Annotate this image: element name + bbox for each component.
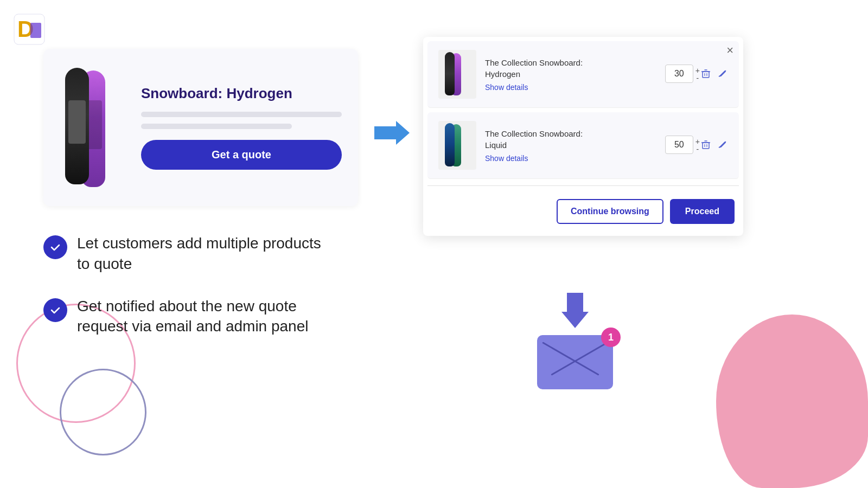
mini-snowboard-black-1 (445, 52, 455, 95)
quantity-control-1: + - (665, 65, 700, 84)
quote-item-image-2 (438, 121, 476, 170)
qty-minus-2[interactable]: - (697, 145, 699, 153)
envelope-body (537, 335, 613, 389)
edit-button-1[interactable] (717, 68, 728, 81)
show-details-link-1[interactable]: Show details (485, 83, 528, 92)
check-circle-2 (43, 298, 67, 322)
feature-text-2: Get notified about the new quote request… (77, 296, 337, 337)
feature-text-1: Let customers add multiple products to q… (77, 233, 337, 274)
quote-item-1: The Collection Snowboard: Hydrogen Show … (427, 41, 739, 108)
svg-rect-9 (703, 143, 709, 149)
feature-item-2: Get notified about the new quote request… (43, 296, 337, 337)
qty-plus-2[interactable]: + (695, 138, 700, 145)
feature-item-1: Let customers add multiple products to q… (43, 233, 337, 274)
product-card: Snowboard: Hydrogen Get a quote (43, 49, 358, 206)
trash-icon-1 (700, 68, 712, 80)
quote-panel: × The Collection Snowboard: Hydrogen Sho… (423, 37, 743, 236)
continue-browsing-button[interactable]: Continue browsing (557, 199, 663, 224)
bg-circle-blue (60, 369, 146, 455)
product-info: Snowboard: Hydrogen Get a quote (141, 85, 342, 170)
panel-divider (427, 185, 739, 186)
quote-item-name-2: The Collection Snowboard: Liquid (485, 128, 665, 151)
show-details-link-2[interactable]: Show details (485, 154, 528, 163)
quantity-input-1[interactable] (665, 65, 693, 83)
email-envelope: 1 (537, 335, 613, 395)
qty-minus-1[interactable]: - (697, 74, 699, 82)
edit-icon-2 (717, 139, 728, 150)
delete-button-1[interactable] (700, 68, 712, 81)
proceed-button[interactable]: Proceed (670, 199, 735, 224)
trash-icon-2 (700, 139, 712, 151)
snowboard-product-image (60, 68, 125, 187)
quote-item-details-2: The Collection Snowboard: Liquid Show de… (485, 128, 665, 163)
mini-snowboard-teal1 (445, 123, 455, 166)
notification-badge: 1 (601, 328, 621, 347)
quote-item-image-1 (438, 50, 476, 99)
svg-rect-2 (30, 23, 41, 38)
arrow-right (369, 117, 412, 151)
edit-button-2[interactable] (717, 139, 728, 152)
snowboard-black (65, 68, 89, 184)
product-desc-line-2 (141, 124, 292, 129)
bg-blob-pink (716, 314, 868, 488)
panel-footer: Continue browsing Proceed (423, 195, 743, 230)
down-arrow (561, 293, 589, 331)
delete-button-2[interactable] (700, 139, 712, 152)
qty-stepper-2: + - (695, 138, 700, 153)
quote-item-details-1: The Collection Snowboard: Hydrogen Show … (485, 57, 665, 92)
close-button[interactable]: × (726, 44, 733, 56)
svg-marker-14 (561, 293, 589, 328)
check-icon-2 (49, 304, 62, 317)
item-actions-2 (700, 139, 728, 152)
quantity-control-2: + - (665, 136, 700, 155)
features-list: Let customers add multiple products to q… (43, 233, 337, 358)
envelope-x-right (551, 342, 608, 376)
check-icon-1 (49, 241, 62, 254)
product-title: Snowboard: Hydrogen (141, 85, 342, 102)
get-quote-button[interactable]: Get a quote (141, 140, 342, 170)
check-circle-1 (43, 235, 67, 259)
quote-item-name-1: The Collection Snowboard: Hydrogen (485, 57, 665, 80)
qty-stepper-1: + - (695, 67, 700, 82)
svg-marker-3 (374, 121, 410, 145)
svg-rect-4 (703, 72, 709, 78)
logo: D (13, 13, 46, 46)
item-actions-1 (700, 68, 728, 81)
email-notification-area: 1 (537, 293, 613, 395)
envelope-x-left (542, 342, 599, 376)
quote-item-2: The Collection Snowboard: Liquid Show de… (427, 112, 739, 179)
product-desc-line-1 (141, 112, 342, 117)
edit-icon-1 (717, 68, 728, 79)
quantity-input-2[interactable] (665, 136, 693, 154)
qty-plus-1[interactable]: + (695, 67, 700, 74)
